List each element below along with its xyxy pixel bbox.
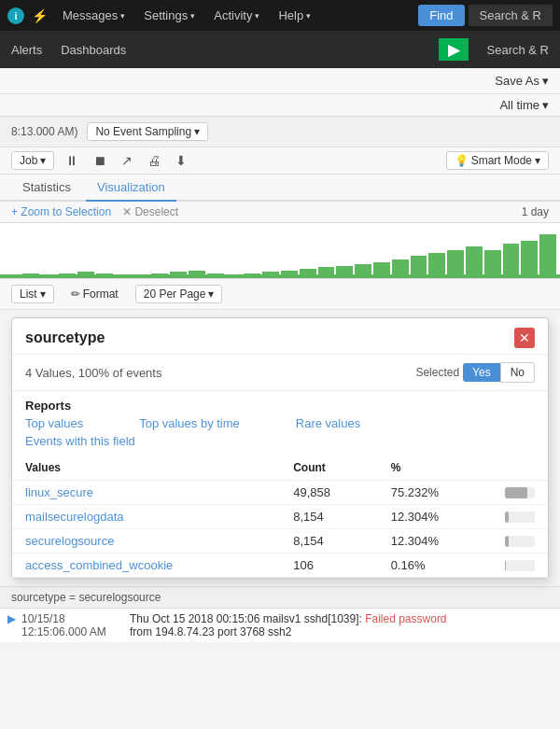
count-cell: 49,858	[280, 481, 377, 505]
events-with-field-link[interactable]: Events with this field	[25, 434, 535, 448]
reports-title: Reports	[25, 399, 535, 413]
count-cell: 8,154	[280, 505, 377, 529]
mini-bar-container	[505, 512, 535, 523]
chart-bar	[539, 234, 556, 278]
values-table: Values Count % linux_secure 49,858 75.23…	[12, 456, 548, 578]
modal-subheader: 4 Values, 100% of events Selected Yes No	[12, 355, 548, 391]
event-sampling-caret: ▾	[194, 125, 200, 138]
bar-cell	[492, 505, 548, 529]
reports-section: Reports Top values Top values by time Ra…	[12, 391, 548, 456]
value-cell[interactable]: linux_secure	[12, 481, 280, 505]
tab-visualization[interactable]: Visualization	[86, 175, 176, 202]
tabs-bar: Statistics Visualization	[0, 175, 560, 202]
selected-label: Selected	[415, 366, 459, 379]
settings-caret: ▾	[190, 11, 195, 21]
results-toolbar: List ▾ ✏ Format 20 Per Page ▾	[0, 279, 560, 310]
value-cell[interactable]: access_combined_wcookie	[12, 554, 280, 578]
smart-mode-button[interactable]: 💡 Smart Mode ▾	[446, 151, 549, 170]
tab-statistics[interactable]: Statistics	[11, 175, 82, 200]
search-report-label: Search & R	[487, 43, 549, 57]
mini-bar-container	[505, 560, 535, 571]
rare-values-link[interactable]: Rare values	[296, 416, 360, 430]
modal-overlay: sourcetype ✕ 4 Values, 100% of events Se…	[0, 317, 560, 579]
chart-bars	[0, 223, 560, 278]
per-page-caret: ▾	[208, 287, 214, 301]
pause-button[interactable]: ⏸	[62, 151, 82, 170]
bar-column-header	[492, 456, 548, 481]
result-time-value: 12:15:06.000 AM	[21, 625, 124, 638]
percent-cell: 75.232%	[378, 481, 492, 505]
chart-bar	[503, 244, 520, 278]
activity-icon: ⚡	[32, 8, 48, 23]
time-picker: All time ▾	[0, 94, 560, 117]
list-button[interactable]: List ▾	[11, 285, 54, 303]
job-caret: ▾	[40, 154, 46, 167]
deselect-button[interactable]: ✕ Deselect	[122, 205, 178, 218]
count-column-header: Count	[280, 456, 377, 481]
smart-mode-caret: ▾	[535, 154, 540, 167]
chart-bar	[466, 246, 483, 278]
save-toolbar: Save As ▾	[0, 68, 560, 94]
filter-row: sourcetype = securelogsource	[0, 587, 560, 609]
messages-menu[interactable]: Messages ▾	[55, 8, 133, 22]
time-caret: ▾	[542, 98, 549, 112]
activity-menu[interactable]: Activity ▾	[206, 8, 267, 22]
dashboards-link[interactable]: Dashboards	[61, 35, 126, 64]
messages-caret: ▾	[120, 11, 125, 21]
selected-controls: Selected Yes No	[415, 362, 535, 383]
no-button[interactable]: No	[500, 362, 535, 383]
lightbulb-icon: 💡	[455, 154, 469, 167]
chart-green-line	[0, 274, 560, 278]
share-button[interactable]: ↗	[118, 151, 136, 170]
modal-close-button[interactable]: ✕	[514, 328, 535, 348]
chart-controls: + Zoom to Selection ✕ Deselect 1 day	[0, 202, 560, 223]
zoom-button[interactable]: + Zoom to Selection	[11, 205, 111, 218]
save-as-button[interactable]: Save As ▾	[495, 74, 549, 88]
count-cell: 8,154	[280, 529, 377, 554]
top-navigation: i ⚡ Messages ▾ Settings ▾ Activity ▾ Hel…	[0, 0, 560, 31]
alerts-link[interactable]: Alerts	[11, 35, 42, 64]
print-button[interactable]: 🖨	[144, 151, 164, 170]
top-values-link[interactable]: Top values	[25, 416, 83, 430]
table-row: linux_secure 49,858 75.232%	[12, 481, 548, 505]
report-links: Top values Top values by time Rare value…	[25, 416, 535, 430]
top-values-by-time-link[interactable]: Top values by time	[139, 416, 240, 430]
percent-column-header: %	[378, 456, 492, 481]
count-cell: 106	[280, 554, 377, 578]
mini-bar-container	[505, 536, 535, 547]
result-content: Thu Oct 15 2018 00:15:06 mailsv1 sshd[10…	[130, 612, 553, 638]
results-area: sourcetype = securelogsource ▶ 10/15/18 …	[0, 586, 560, 643]
value-cell[interactable]: mailsecurelogdata	[12, 505, 280, 529]
format-button[interactable]: ✏ Format	[63, 286, 126, 302]
table-row: access_combined_wcookie 106 0.16%	[12, 554, 548, 578]
per-page-button[interactable]: 20 Per Page ▾	[135, 285, 223, 303]
highlight-text: Failed password	[365, 612, 446, 625]
chart-area	[0, 223, 560, 279]
settings-menu[interactable]: Settings ▾	[136, 8, 203, 22]
result-date: 10/15/18	[21, 612, 124, 625]
result-row: ▶ 10/15/18 12:15:06.000 AM Thu Oct 15 20…	[0, 609, 560, 643]
table-row: securelogsource 8,154 12.304%	[12, 529, 548, 554]
export-button[interactable]: ⬇	[172, 151, 190, 170]
stop-button[interactable]: ⏹	[90, 151, 110, 170]
bar-cell	[492, 554, 548, 578]
value-cell[interactable]: securelogsource	[12, 529, 280, 554]
chart-bar	[521, 241, 538, 278]
time-range-button[interactable]: All time ▾	[499, 98, 549, 112]
help-caret: ▾	[306, 11, 311, 21]
bar-cell	[492, 481, 548, 505]
activity-caret: ▾	[255, 11, 259, 21]
expand-icon[interactable]: ▶	[7, 612, 16, 638]
event-sampling-button[interactable]: No Event Sampling ▾	[87, 122, 208, 141]
job-button[interactable]: Job ▾	[11, 151, 54, 170]
help-menu[interactable]: Help ▾	[271, 8, 318, 22]
job-toolbar: Job ▾ ⏸ ⏹ ↗ 🖨 ⬇ 💡 Smart Mode ▾	[0, 147, 560, 175]
find-button[interactable]: Find	[418, 5, 464, 26]
mini-bar	[505, 536, 509, 547]
search-area: Search & R	[469, 5, 553, 26]
modal-title: sourcetype	[25, 329, 105, 346]
yes-button[interactable]: Yes	[463, 363, 500, 382]
format-pencil-icon: ✏	[71, 287, 80, 301]
percent-cell: 0.16%	[378, 554, 492, 578]
day-label: 1 day	[522, 205, 549, 218]
